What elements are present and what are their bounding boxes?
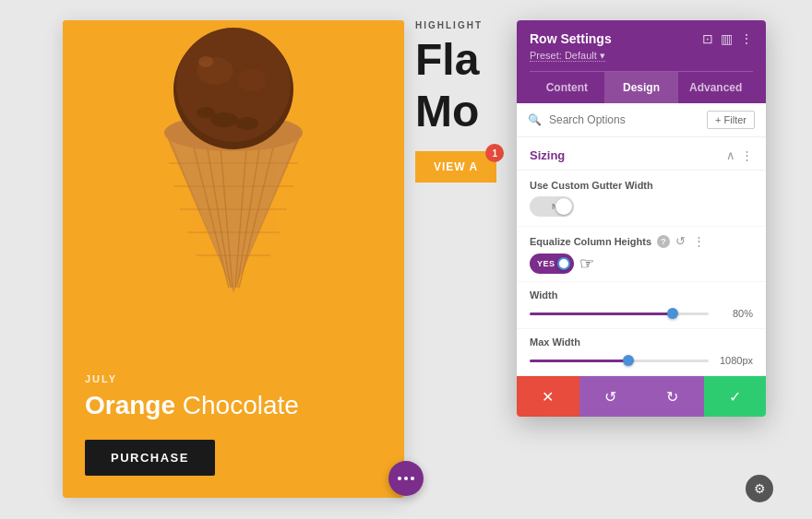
max-width-slider-fill xyxy=(530,360,628,362)
panel-header-icons: ⊡ ▥ ⋮ xyxy=(702,31,753,46)
cancel-icon: ✕ xyxy=(542,388,554,406)
undo-icon: ↺ xyxy=(604,388,616,406)
undo-button[interactable]: ↺ xyxy=(579,376,642,417)
equalize-label: Equalize Column Heights xyxy=(530,236,651,247)
dot-1 xyxy=(398,477,401,480)
ice-cream-image xyxy=(63,20,404,306)
max-width-slider-track[interactable] xyxy=(530,360,709,362)
width-slider-track[interactable] xyxy=(530,313,709,315)
floating-menu-button[interactable] xyxy=(388,461,424,496)
panel-footer: ✕ ↺ ↻ ✓ xyxy=(517,376,766,417)
tab-advanced[interactable]: Advanced xyxy=(678,72,753,103)
notification-badge: 1 xyxy=(485,144,504,162)
filter-button[interactable]: + Filter xyxy=(707,111,755,129)
svg-point-19 xyxy=(197,107,215,118)
settings-wrench-icon: ⚙ xyxy=(754,481,766,496)
cancel-button[interactable]: ✕ xyxy=(517,376,579,417)
card-title-bold: Orange xyxy=(85,391,175,419)
more-icon[interactable]: ⋮ xyxy=(740,31,753,46)
sizing-title: Sizing xyxy=(530,148,565,162)
filter-label: + Filter xyxy=(715,114,746,125)
panel-header-top: Row Settings ⊡ ▥ ⋮ xyxy=(530,31,753,46)
gutter-toggle[interactable]: NO xyxy=(530,196,574,217)
toggle-knob-gutter xyxy=(555,198,572,215)
panel-title: Row Settings xyxy=(530,31,612,46)
panel-header: Row Settings ⊡ ▥ ⋮ Preset: Default ▾ Con… xyxy=(517,20,766,103)
equalize-toggle[interactable]: YES xyxy=(530,254,574,274)
view-all-button[interactable]: VIEW A xyxy=(415,151,496,183)
equalize-row: Equalize Column Heights ? ↺ ⋮ YES ☞ xyxy=(517,227,766,282)
collapse-icon[interactable]: ∧ xyxy=(726,148,735,162)
equalize-more-btn[interactable]: ⋮ xyxy=(691,234,707,248)
svg-point-22 xyxy=(198,56,213,67)
ice-cream-card: JULY Orange Chocolate PURCHASE xyxy=(63,20,404,498)
card-title: Orange Chocolate xyxy=(85,390,382,421)
width-slider-fill xyxy=(530,313,673,315)
purchase-button[interactable]: PURCHASE xyxy=(85,440,215,476)
panel-preset[interactable]: Preset: Default ▾ xyxy=(530,50,753,62)
max-width-slider-thumb[interactable] xyxy=(623,355,634,366)
row-settings-panel: Row Settings ⊡ ▥ ⋮ Preset: Default ▾ Con… xyxy=(517,20,766,417)
gutter-label: Use Custom Gutter Width xyxy=(530,180,753,191)
equalize-label-row: Equalize Column Heights ? ↺ ⋮ xyxy=(530,234,753,248)
settings-corner-button[interactable]: ⚙ xyxy=(746,475,773,502)
yes-toggle-knob xyxy=(557,257,570,270)
width-label: Width xyxy=(530,289,753,301)
section-controls: ∧ ⋮ xyxy=(726,148,753,162)
svg-point-17 xyxy=(210,112,238,127)
max-width-row: Max Width 1080px xyxy=(517,329,766,376)
dot-2 xyxy=(404,477,408,480)
equalize-toggle-label: YES xyxy=(537,259,555,268)
width-slider-row: 80% xyxy=(530,308,753,319)
cursor-on-toggle: ☞ xyxy=(579,254,594,274)
width-row: Width 80% xyxy=(517,282,766,329)
panel-tabs: Content Design Advanced xyxy=(530,71,753,103)
reset-equalize-btn[interactable]: ↺ xyxy=(674,234,687,248)
dot-3 xyxy=(411,477,414,480)
save-button[interactable]: ✓ xyxy=(704,376,767,417)
tab-content[interactable]: Content xyxy=(530,72,604,103)
tab-design[interactable]: Design xyxy=(604,72,679,103)
card-title-regular: Chocolate xyxy=(175,391,299,419)
section-more-icon[interactable]: ⋮ xyxy=(741,148,753,162)
gutter-width-row: Use Custom Gutter Width NO xyxy=(517,171,766,227)
canvas: JULY Orange Chocolate PURCHASE HIGHLIGHT… xyxy=(0,0,812,519)
max-width-value: 1080px xyxy=(716,355,753,366)
equalize-toggle-row: YES ☞ xyxy=(530,254,753,274)
search-bar: 🔍 + Filter xyxy=(517,103,766,137)
columns-icon[interactable]: ▥ xyxy=(721,31,733,46)
flavor-partial: Fla xyxy=(415,38,479,82)
max-width-label: Max Width xyxy=(530,336,753,348)
equalize-controls: ? ↺ ⋮ xyxy=(657,234,707,248)
sizing-section-header: Sizing ∧ ⋮ xyxy=(517,137,766,171)
expand-icon[interactable]: ⊡ xyxy=(702,31,713,46)
redo-button[interactable]: ↻ xyxy=(641,376,704,417)
card-month: JULY xyxy=(85,373,382,384)
panel-body: Sizing ∧ ⋮ Use Custom Gutter Width NO Eq… xyxy=(517,137,766,376)
search-input[interactable] xyxy=(549,113,699,126)
max-width-slider-row: 1080px xyxy=(530,355,753,366)
view-btn-wrapper: VIEW A 1 xyxy=(415,151,496,183)
svg-point-21 xyxy=(238,69,266,91)
width-slider-thumb[interactable] xyxy=(667,308,678,319)
width-value: 80% xyxy=(716,308,753,319)
help-icon[interactable]: ? xyxy=(657,235,670,248)
svg-point-18 xyxy=(236,117,258,130)
card-bottom: JULY Orange Chocolate PURCHASE xyxy=(63,355,404,498)
search-icon: 🔍 xyxy=(528,113,542,126)
save-icon: ✓ xyxy=(729,388,741,406)
redo-icon: ↻ xyxy=(666,388,678,406)
